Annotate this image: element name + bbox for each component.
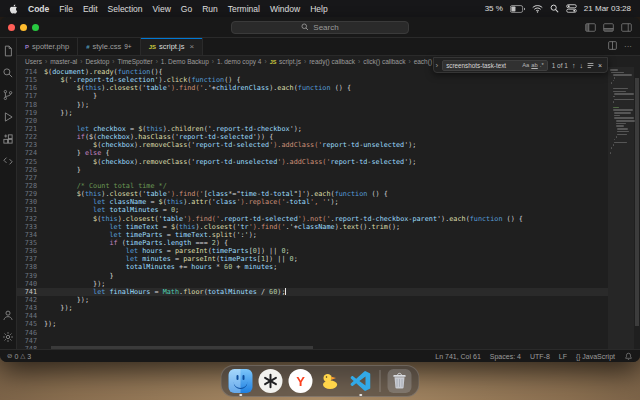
problems-indicator[interactable]: ⊘ 0 △ 3	[7, 352, 31, 360]
tab-spotter.php[interactable]: Pspotter.php	[17, 38, 78, 55]
vertical-scrollbar[interactable]	[634, 67, 640, 349]
code-lines[interactable]: 714$(document).ready(function(){715 $('.…	[17, 67, 608, 349]
code-line[interactable]: 717 }	[17, 92, 608, 100]
line-number[interactable]: 737	[17, 255, 44, 263]
code-line[interactable]: 746	[17, 329, 608, 337]
spotlight-icon[interactable]	[550, 4, 559, 13]
remote-icon[interactable]	[2, 155, 14, 167]
whole-word-icon[interactable]: ab	[531, 62, 537, 68]
explorer-icon[interactable]	[2, 45, 14, 57]
dock-vscode-icon[interactable]	[349, 369, 373, 393]
code-line[interactable]: 723 $(checkbox).removeClass('report-td-s…	[17, 141, 608, 149]
code-line[interactable]: 731 let totalMinutes = 0;	[17, 206, 608, 214]
line-number[interactable]: 739	[17, 272, 44, 280]
scrollbar-thumb[interactable]	[635, 78, 639, 326]
code-line[interactable]: 715 $('.report-td-selection').click(func…	[17, 76, 608, 84]
minimap-slider[interactable]	[608, 67, 634, 349]
indentation[interactable]: Spaces: 4	[490, 353, 521, 360]
code-line[interactable]: 732 $(this).closest('table').find('.repo…	[17, 215, 608, 223]
code-line[interactable]: 730 let className = $(this).attr('class'…	[17, 198, 608, 206]
line-number[interactable]: 714	[17, 68, 44, 76]
code-line[interactable]: 733 let timeText = $(this).closest('tr')…	[17, 223, 608, 231]
line-number[interactable]: 728	[17, 182, 44, 190]
code-line[interactable]: 718 });	[17, 101, 608, 109]
minimize-window-button[interactable]	[20, 24, 27, 31]
code-line[interactable]: 739 }	[17, 272, 608, 280]
menu-item-selection[interactable]: Selection	[108, 4, 143, 14]
close-tab-icon[interactable]: ×	[189, 42, 194, 51]
dock-cyberduck-icon[interactable]	[319, 369, 343, 393]
find-in-selection-icon[interactable]	[587, 62, 594, 69]
title-bar[interactable]: Search	[0, 17, 640, 38]
notifications-bell-icon[interactable]	[624, 352, 633, 361]
toggle-panel-icon[interactable]	[603, 23, 614, 32]
minimap[interactable]	[608, 67, 634, 349]
line-number[interactable]: 732	[17, 215, 44, 223]
code-line[interactable]: 745});	[17, 320, 608, 328]
match-case-icon[interactable]: Aa	[522, 62, 529, 68]
tab-style.css[interactable]: #style.css9+	[78, 38, 141, 55]
line-number[interactable]: 727	[17, 174, 44, 182]
more-actions-icon[interactable]: ···	[624, 42, 632, 51]
battery-icon[interactable]	[510, 5, 525, 13]
menu-item-run[interactable]: Run	[202, 4, 218, 14]
toggle-replace-icon[interactable]: ›	[436, 61, 439, 70]
toggle-primary-sidebar-icon[interactable]	[585, 23, 596, 32]
line-number[interactable]: 735	[17, 239, 44, 247]
line-number[interactable]: 725	[17, 158, 44, 166]
settings-icon[interactable]	[2, 331, 14, 343]
line-number[interactable]: 744	[17, 312, 44, 320]
zoom-window-button[interactable]	[32, 24, 39, 31]
line-number[interactable]: 719	[17, 109, 44, 117]
dock-chatgpt-icon[interactable]	[259, 369, 283, 393]
breadcrumb-item[interactable]: Users	[25, 58, 42, 65]
menu-item-view[interactable]: View	[153, 4, 171, 14]
split-editor-icon[interactable]	[608, 41, 617, 52]
code-line[interactable]: 720	[17, 117, 608, 125]
line-number[interactable]: 729	[17, 190, 44, 198]
code-line[interactable]: 721 let checkbox = $(this).children('.re…	[17, 125, 608, 133]
code-line[interactable]: 722 if($(checkbox).hasClass('report-td-s…	[17, 133, 608, 141]
code-line[interactable]: 728 /* Count total time */	[17, 182, 608, 190]
line-number[interactable]: 716	[17, 84, 44, 92]
line-number[interactable]: 745	[17, 320, 44, 328]
source-control-icon[interactable]	[2, 89, 14, 101]
breadcrumb-item[interactable]: Desktop	[85, 58, 109, 65]
line-number[interactable]: 730	[17, 198, 44, 206]
line-number[interactable]: 743	[17, 304, 44, 312]
eol-indicator[interactable]: LF	[559, 353, 567, 360]
breadcrumb-item[interactable]: JS script.js	[270, 58, 301, 65]
tab-script.js[interactable]: JSscript.js×	[141, 38, 203, 55]
close-window-button[interactable]	[8, 24, 15, 31]
line-number[interactable]: 733	[17, 223, 44, 231]
dock-trash-icon[interactable]	[388, 369, 412, 393]
close-find-icon[interactable]: ×	[598, 62, 602, 69]
find-previous-icon[interactable]: ↑	[572, 62, 576, 69]
code-line[interactable]: 742 });	[17, 296, 608, 304]
breadcrumb-item[interactable]: TimeSpotter	[117, 58, 152, 65]
code-line[interactable]: 725 $(checkbox).removeClass('report-td-u…	[17, 158, 608, 166]
regex-icon[interactable]: .*	[540, 62, 544, 68]
apple-menu-icon[interactable]	[9, 4, 18, 14]
line-number[interactable]: 722	[17, 133, 44, 141]
code-line[interactable]: 744	[17, 312, 608, 320]
line-number[interactable]: 724	[17, 149, 44, 157]
code-line[interactable]: 727	[17, 174, 608, 182]
code-line[interactable]: 716 $(this).closest('table').find('.'+ch…	[17, 84, 608, 92]
line-number[interactable]: 747	[17, 337, 44, 345]
line-number[interactable]: 736	[17, 247, 44, 255]
line-number[interactable]: 746	[17, 329, 44, 337]
code-line[interactable]: 726 }	[17, 166, 608, 174]
code-line[interactable]: 737 let minutes = parseInt(timeParts[1])…	[17, 255, 608, 263]
line-number[interactable]: 731	[17, 206, 44, 214]
account-icon[interactable]	[2, 309, 14, 321]
language-mode[interactable]: {} JavaScript	[576, 353, 615, 360]
run-debug-icon[interactable]	[2, 111, 14, 123]
menu-item-help[interactable]: Help	[310, 4, 327, 14]
breadcrumb-item[interactable]: 1. demo copy 4	[217, 58, 261, 65]
line-number[interactable]: 741	[17, 288, 44, 296]
dock-finder-icon[interactable]	[229, 369, 253, 393]
line-number[interactable]: 742	[17, 296, 44, 304]
code-line[interactable]: 741 let finalHours = Math.floor(totalMin…	[17, 288, 608, 296]
toggle-secondary-sidebar-icon[interactable]	[621, 23, 632, 32]
